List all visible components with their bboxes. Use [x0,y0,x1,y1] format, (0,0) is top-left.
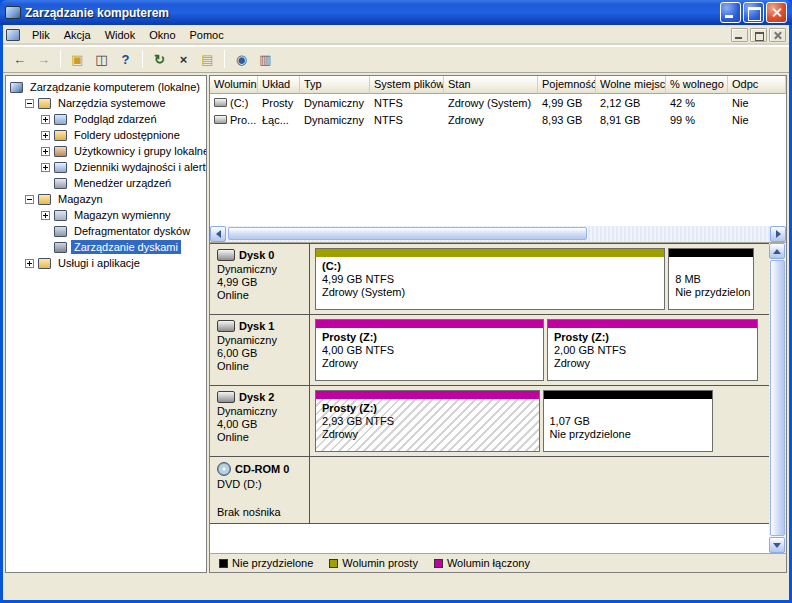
expand-icon[interactable] [41,163,50,172]
expand-icon[interactable] [41,211,50,220]
toolbar-separator [60,50,61,68]
partition-size: 1,07 GB [550,415,707,428]
refresh-icon[interactable]: ↻ [148,49,171,70]
column-header-typ[interactable]: Typ [300,76,370,94]
menu-plik[interactable]: Plik [25,27,57,43]
partition-unallocated[interactable]: 8 MB Nie przydzielon [668,248,753,310]
column-header-stan[interactable]: Stan [444,76,538,94]
volume-capacity: 8,93 GB [538,114,596,126]
volume-row-c[interactable]: (C:) Prosty Dynamiczny NTFS Zdrowy (Syst… [210,94,786,111]
maximize-button[interactable] [743,2,764,23]
search-icon[interactable]: ◉ [230,49,253,70]
disk1-info[interactable]: Dysk 1 Dynamiczny 6,00 GB Online [210,315,310,385]
menu-okno[interactable]: Okno [142,27,182,43]
menu-pomoc[interactable]: Pomoc [183,27,231,43]
volume-free-space: 8,91 GB [596,114,666,126]
tree-item-computer-management[interactable]: Zarządzanie komputerem (lokalne) [6,79,206,95]
services-icon [38,258,51,269]
volume-fault-tolerance: Nie [728,114,786,126]
column-header-wolne-miejsce[interactable]: Wolne miejsce [596,76,666,94]
partition-unallocated[interactable]: 1,07 GB Nie przydzielone [543,390,714,452]
expand-icon[interactable] [41,147,50,156]
horizontal-scrollbar[interactable] [209,226,787,242]
tree-item-services-applications[interactable]: Usługi i aplikacje [6,255,206,271]
partition-status: Zdrowy (System) [322,286,658,299]
partition-label: Prosty (Z:) [322,330,537,344]
scroll-right-icon[interactable] [770,226,786,242]
scrollbar-track[interactable] [769,259,786,537]
disk2-info[interactable]: Dysk 2 Dynamiczny 4,00 GB Online [210,386,310,456]
column-header-system-plikow[interactable]: System plików [370,76,444,94]
scrollbar-thumb[interactable] [770,260,785,536]
partition-z1[interactable]: Prosty (Z:) 4,00 GB NTFS Zdrowy [315,319,544,381]
collapse-icon[interactable] [25,99,34,108]
tree-item-label: Zarządzanie dyskami [71,240,181,254]
tree-item-disk-management[interactable]: Zarządzanie dyskami [6,239,206,255]
expand-icon[interactable] [41,131,50,140]
child-restore-button[interactable] [750,28,767,42]
child-minimize-button[interactable] [731,28,748,42]
tree-item-disk-defragmenter[interactable]: Defragmentator dysków [6,223,206,239]
tree-item-removable-storage[interactable]: Magazyn wymienny [6,207,206,223]
forward-icon[interactable]: → [32,49,55,70]
menu-widok[interactable]: Widok [98,27,143,43]
scroll-left-icon[interactable] [210,226,226,242]
cd-rom-icon [217,462,231,476]
console-window-icon [6,29,20,41]
scrollbar-thumb[interactable] [228,227,587,240]
delete-icon[interactable]: × [172,49,195,70]
vertical-scrollbar[interactable] [769,242,786,553]
tree-item-label: Defragmentator dysków [71,224,193,238]
volume-row-prosty[interactable]: Pro... Łąc... Dynamiczny NTFS Zdrowy 8,9… [210,111,786,128]
column-header-wolumin[interactable]: Wolumin [210,76,258,94]
partition-c[interactable]: (C:) 4,99 GB NTFS Zdrowy (System) [315,248,665,310]
minimize-button[interactable] [720,2,741,23]
partition-z3-selected[interactable]: Prosty (Z:) 2,93 GB NTFS Zdrowy [315,390,540,452]
partition-label [675,259,746,273]
computer-management-window: Zarządzanie komputerem Plik Akcja Widok … [0,0,792,603]
legend-swatch [329,559,338,568]
help-icon[interactable]: ? [114,49,137,70]
expand-icon[interactable] [25,259,34,268]
tree-item-system-tools[interactable]: Narzędzia systemowe [6,95,206,111]
scrollbar-track[interactable] [226,226,770,242]
menu-akcja[interactable]: Akcja [57,27,98,43]
show-window-icon[interactable]: ▣ [66,49,89,70]
tree-item-device-manager[interactable]: Menedżer urządzeń [6,175,206,191]
volume-filesystem: NTFS [370,114,444,126]
scroll-up-icon[interactable] [769,243,785,259]
cdrom-info[interactable]: CD-ROM 0 DVD (D:) Brak nośnika [210,457,310,523]
partition-z2[interactable]: Prosty (Z:) 2,00 GB NTFS Zdrowy [547,319,758,381]
column-header-odpornosc[interactable]: Odpc [728,76,786,94]
child-close-button[interactable] [769,28,786,42]
disk0-info[interactable]: Dysk 0 Dynamiczny 4,99 GB Online [210,244,310,314]
computer-icon [10,82,23,93]
tree-item-shared-folders[interactable]: Foldery udostępnione [6,127,206,143]
tree-item-performance-logs[interactable]: Dzienniki wydajności i alerty [6,159,206,175]
collapse-icon[interactable] [25,195,34,204]
properties-icon[interactable]: ▤ [196,49,219,70]
legend-bar: Nie przydzielone Wolumin prosty Wolumin … [209,553,787,573]
column-header-pojemnosc[interactable]: Pojemność [538,76,596,94]
views-icon[interactable]: ▥ [254,49,277,70]
expand-icon[interactable] [41,115,50,124]
tree-item-event-viewer[interactable]: Podgląd zdarzeń [6,111,206,127]
column-header-uklad[interactable]: Układ [258,76,300,94]
tree-item-label: Usługi i aplikacje [55,256,143,270]
close-button[interactable] [766,2,787,23]
show-tree-icon[interactable]: ◫ [90,49,113,70]
tree-item-label: Zarządzanie komputerem (lokalne) [27,80,203,94]
tree-item-label: Dzienniki wydajności i alerty [71,160,206,174]
scroll-down-icon[interactable] [769,537,785,553]
legend-label: Wolumin prosty [342,557,418,569]
back-icon[interactable]: ← [8,49,31,70]
titlebar: Zarządzanie komputerem [0,0,792,25]
app-body: Plik Akcja Widok Okno Pomoc ← → ▣ ◫ ? ↻ … [3,25,789,600]
disk-name: Dysk 1 [239,320,274,332]
tree-item-local-users-groups[interactable]: Użytkownicy i grupy lokalne [6,143,206,159]
tree-item-storage[interactable]: Magazyn [6,191,206,207]
tree-item-label: Użytkownicy i grupy lokalne [71,144,206,158]
volume-free-percent: 99 % [666,114,728,126]
column-header-procent-wolnego[interactable]: % wolnego [666,76,728,94]
partition-size: 4,99 GB NTFS [322,273,658,286]
